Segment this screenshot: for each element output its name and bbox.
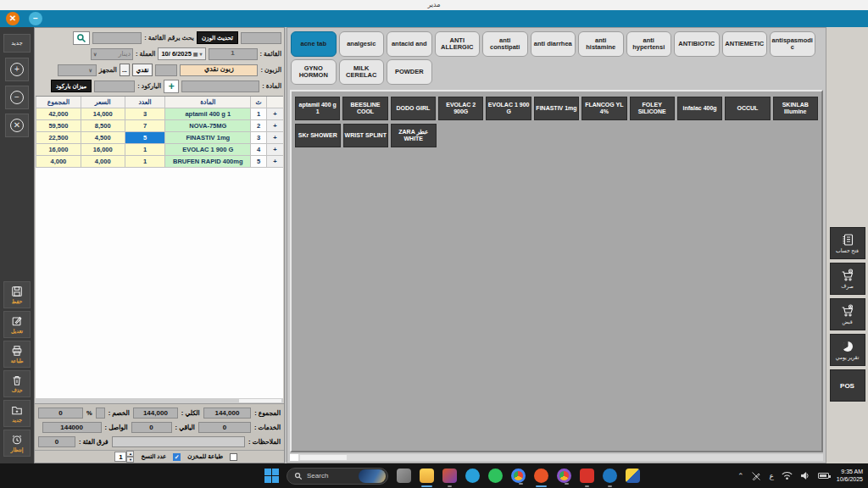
- increase-button[interactable]: +: [5, 58, 29, 81]
- file-explorer-icon[interactable]: [420, 469, 434, 483]
- barcode-input[interactable]: [94, 80, 135, 92]
- tab-anticonstipati[interactable]: anti constipati: [482, 31, 528, 57]
- customer-field[interactable]: زبون نقدي: [180, 64, 258, 76]
- spin-down-icon[interactable]: ▼: [126, 457, 134, 463]
- product-button[interactable]: BEESLINE COOL: [342, 97, 387, 120]
- cell-qty[interactable]: 1: [125, 156, 165, 167]
- products-horizontal-scrollbar[interactable]: [290, 454, 823, 461]
- row-add-button[interactable]: +: [266, 132, 283, 143]
- tab-gyno-hormon[interactable]: GYNO HORMON: [291, 59, 337, 85]
- pen-disabled-icon[interactable]: [751, 471, 761, 481]
- tab-antispasmodic[interactable]: antispasmodic: [770, 31, 815, 57]
- cell-price[interactable]: 16,000: [81, 144, 125, 155]
- save-button[interactable]: حفظ: [3, 281, 31, 308]
- close-icon[interactable]: ✕: [6, 12, 19, 25]
- product-button[interactable]: DODO GIRL: [391, 97, 436, 120]
- table-row[interactable]: + 4 EVOLAC 1 900 G 1 16,000 16,000: [36, 144, 283, 156]
- photos-icon[interactable]: [442, 469, 457, 483]
- copies-stepper[interactable]: 1 ▲▼: [114, 451, 134, 463]
- notes-input[interactable]: [112, 436, 245, 447]
- tab-antiemetic[interactable]: ANTIEMETIC: [722, 31, 768, 57]
- cell-qty-selected[interactable]: 5: [125, 132, 165, 143]
- chrome-profile-icon[interactable]: [557, 469, 571, 483]
- hold-button[interactable]: إنتظار: [3, 430, 31, 457]
- update-weight-button[interactable]: تحديث الوزن: [197, 31, 238, 44]
- search-list-input[interactable]: [92, 32, 142, 44]
- remove-button[interactable]: ✕: [5, 114, 29, 137]
- new-invoice-button[interactable]: جديد: [3, 400, 31, 427]
- language-indicator[interactable]: ع: [769, 472, 773, 480]
- decrease-button[interactable]: −: [5, 86, 29, 109]
- row-add-button[interactable]: +: [266, 120, 283, 131]
- product-button[interactable]: FINASTIV 1mg: [534, 97, 579, 120]
- delete-button[interactable]: حذف: [3, 370, 31, 397]
- tab-antiallergic[interactable]: ANTI ALLERGIC: [435, 31, 481, 57]
- list-number-field[interactable]: 1: [209, 48, 258, 60]
- row-add-button[interactable]: +: [266, 144, 283, 155]
- taskbar-clock[interactable]: 9:35 AM 10/6/2025: [837, 469, 863, 483]
- print-store-checkbox[interactable]: [230, 453, 237, 461]
- row-add-button[interactable]: +: [266, 156, 283, 167]
- tab-acne[interactable]: acne tab: [291, 31, 337, 57]
- copies-checkbox[interactable]: ✓: [173, 453, 181, 461]
- supplier-select[interactable]: ∨: [58, 64, 97, 76]
- product-button[interactable]: SKr SHOWER: [295, 124, 341, 147]
- table-row[interactable]: + 5 BRUFEN RAPID 400mg 1 4,000 4,000: [36, 156, 283, 168]
- product-button[interactable]: infalac 400g: [677, 97, 722, 120]
- cell-price[interactable]: 8,500: [81, 120, 125, 131]
- product-button[interactable]: aptamil 400 g 1: [295, 97, 340, 120]
- product-button[interactable]: ZARA عطر WHITE: [391, 124, 437, 147]
- daily-report-button[interactable]: تقرير يومي: [830, 334, 865, 366]
- product-button[interactable]: SKINLAB Illumine: [773, 97, 818, 120]
- services-value[interactable]: 0: [198, 422, 251, 433]
- yellow-blue-app-icon[interactable]: [626, 469, 640, 483]
- spin-up-icon[interactable]: ▲: [126, 451, 134, 457]
- chrome-icon[interactable]: [511, 469, 526, 483]
- tab-antibiotic[interactable]: ANTIBIOTIC: [674, 31, 720, 57]
- new-button[interactable]: جديد: [3, 34, 31, 53]
- battery-icon[interactable]: [818, 473, 829, 479]
- search-button[interactable]: [73, 31, 90, 45]
- product-button[interactable]: EVOLAC 1 900 G: [486, 97, 531, 120]
- cell-price[interactable]: 14,000: [81, 108, 125, 119]
- cash-button[interactable]: نقدي: [132, 64, 153, 76]
- telegram-alt-icon[interactable]: [603, 469, 617, 483]
- cell-item[interactable]: NOVA-75MG: [164, 120, 250, 131]
- cell-qty[interactable]: 3: [125, 108, 165, 119]
- search-highlight-image[interactable]: [359, 469, 386, 483]
- product-button[interactable]: OCCUL: [725, 97, 770, 120]
- red-app-icon[interactable]: [580, 469, 594, 483]
- open-account-button[interactable]: فتح حساب: [830, 227, 865, 259]
- print-button[interactable]: طباعة: [3, 341, 31, 368]
- table-row[interactable]: + 1 aptamil 400 g 1 3 14,000 42,000: [36, 108, 283, 120]
- cell-item[interactable]: aptamil 400 g 1: [164, 108, 250, 119]
- tab-powder[interactable]: POWDER: [387, 59, 432, 85]
- cell-price[interactable]: 4,000: [81, 156, 125, 167]
- tab-antidiarrhea[interactable]: anti diarrhea: [531, 31, 576, 57]
- brave-icon[interactable]: [534, 469, 548, 483]
- tab-antihistamine[interactable]: anti histamine: [578, 31, 624, 57]
- item-input[interactable]: [181, 80, 259, 92]
- customer-extra-field[interactable]: [155, 64, 177, 76]
- tab-antihypertensi[interactable]: anti hypertensi: [626, 31, 672, 57]
- telegram-icon[interactable]: [465, 469, 480, 483]
- tab-analgesic[interactable]: analgesic: [339, 31, 385, 57]
- tab-milk-cerelac[interactable]: MILK CERELAC: [339, 59, 385, 85]
- whatsapp-icon[interactable]: [488, 469, 503, 483]
- cell-qty[interactable]: 7: [125, 120, 165, 131]
- start-button[interactable]: [264, 469, 280, 484]
- row-add-button[interactable]: +: [266, 108, 283, 119]
- cell-item[interactable]: BRUFEN RAPID 400mg: [164, 156, 250, 167]
- wifi-icon[interactable]: [782, 471, 793, 480]
- tray-chevron-icon[interactable]: ⌃: [737, 472, 744, 480]
- add-item-icon[interactable]: +: [164, 80, 179, 93]
- table-row[interactable]: + 2 NOVA-75MG 7 8,500 59,500: [36, 120, 283, 132]
- task-view-icon[interactable]: [397, 469, 411, 483]
- speaker-icon[interactable]: [800, 471, 810, 480]
- cell-item[interactable]: EVOLAC 1 900 G: [164, 144, 250, 155]
- taskbar-search[interactable]: Search: [287, 468, 388, 485]
- weight-field[interactable]: [241, 32, 281, 44]
- product-button[interactable]: FLANCOG YL 4%: [581, 97, 626, 120]
- pos-button[interactable]: POS: [830, 369, 865, 402]
- product-button[interactable]: FOLEY SILICONE: [630, 97, 675, 120]
